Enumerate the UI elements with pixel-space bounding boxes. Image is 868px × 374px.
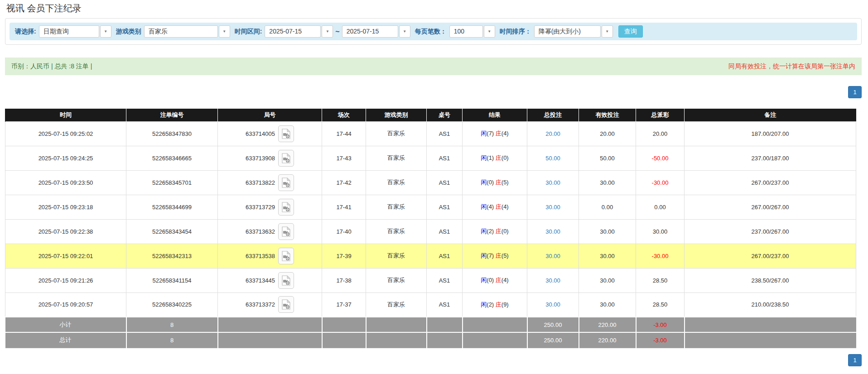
table-row: 2025-07-15 09:24:25522658346665633713908… (5, 146, 856, 170)
total-bet-link[interactable]: 30.00 (545, 228, 560, 235)
date-from-picker[interactable]: 2025-07-15 ▼ (265, 25, 333, 38)
page-1-button[interactable]: 1 (848, 86, 862, 98)
select-type-value[interactable]: 日期查询 (39, 25, 99, 38)
search-button[interactable]: 查询 (618, 25, 643, 38)
pagination-top: 1 (5, 86, 862, 98)
summary-count: 8 (126, 317, 218, 332)
cell-time: 2025-07-15 09:22:38 (5, 219, 126, 244)
result-player-score: (7) (487, 252, 494, 259)
cell-bet-id: 522658346665 (126, 146, 218, 170)
cell-total-bet: 30.00 (527, 170, 579, 195)
total-bet-link[interactable]: 30.00 (545, 277, 560, 284)
table-row: 2025-07-15 09:23:50522658345701633713822… (5, 170, 856, 195)
chevron-down-icon[interactable]: ▼ (219, 25, 230, 38)
cell-table: AS1 (427, 170, 463, 195)
cell-total-bet: 30.00 (527, 268, 579, 292)
cell-valid-bet: 30.00 (579, 170, 636, 195)
cell-table: AS1 (427, 219, 463, 244)
total-bet-link[interactable]: 30.00 (545, 301, 560, 308)
cell-game: 百家乐 (366, 121, 427, 146)
column-header: 总投注 (527, 109, 579, 121)
cell-session: 17-40 (322, 219, 366, 244)
cell-total-bet: 30.00 (527, 219, 579, 244)
video-file-icon[interactable] (278, 223, 294, 240)
result-banker-score: (4) (502, 130, 509, 137)
cell-table: AS1 (427, 195, 463, 219)
video-file-icon[interactable] (278, 125, 294, 142)
cell-table: AS1 (427, 292, 463, 317)
total-bet-link[interactable]: 30.00 (545, 204, 560, 211)
page-1-button[interactable]: 1 (848, 354, 862, 366)
select-type-dropdown[interactable]: 日期查询 ▼ (39, 25, 111, 38)
date-from-value[interactable]: 2025-07-15 (265, 25, 321, 38)
cell-session: 17-38 (322, 268, 366, 292)
summary-payout: -3.00 (636, 317, 685, 332)
round-number: 633713445 (246, 277, 275, 284)
chevron-down-icon[interactable]: ▼ (602, 25, 613, 38)
cell-table: AS1 (427, 268, 463, 292)
result-banker-label: 庄 (496, 277, 502, 283)
game-type-dropdown[interactable]: 百家乐 ▼ (144, 25, 230, 38)
date-range-separator: ~ (335, 28, 339, 36)
cell-payout: 20.00 (636, 121, 685, 146)
video-file-icon[interactable] (278, 199, 294, 216)
total-bet-link[interactable]: 30.00 (545, 179, 560, 186)
game-type-value[interactable]: 百家乐 (144, 25, 218, 38)
video-file-icon[interactable] (278, 248, 294, 264)
table-header-row: 时间注单编号局号场次游戏类别桌号结果总投注有效投注总派彩备注 (5, 109, 856, 121)
video-file-icon[interactable] (278, 296, 294, 313)
result-banker-score: (5) (502, 252, 509, 259)
cell-payout: 28.50 (636, 292, 685, 317)
cell-round-id: 633713822 (218, 170, 322, 195)
result-player-label: 闲 (481, 203, 487, 210)
cell-table: AS1 (427, 146, 463, 170)
total-bet-link[interactable]: 50.00 (545, 155, 560, 162)
chevron-down-icon[interactable]: ▼ (100, 25, 111, 38)
result-banker-score: (4) (502, 277, 509, 283)
cell-round-id: 633713372 (218, 292, 322, 317)
total-bet-link[interactable]: 20.00 (545, 130, 560, 137)
chevron-down-icon[interactable]: ▼ (484, 25, 495, 38)
per-page-dropdown[interactable]: 100 ▼ (449, 25, 495, 38)
time-sort-dropdown[interactable]: 降幂(由大到小) ▼ (534, 25, 613, 38)
round-number: 633714005 (246, 130, 275, 137)
cell-round-id: 633713729 (218, 195, 322, 219)
column-header: 有效投注 (579, 109, 636, 121)
cell-round-id: 633713538 (218, 244, 322, 268)
video-file-icon[interactable] (278, 174, 294, 191)
cell-total-bet: 30.00 (527, 292, 579, 317)
page-container: 视讯 会员下注纪录 请选择: 日期查询 ▼ 游戏类别 百家乐 ▼ 时间区间: 2… (5, 0, 862, 366)
cell-total-bet: 30.00 (527, 195, 579, 219)
date-to-picker[interactable]: 2025-07-15 ▼ (342, 25, 410, 38)
cell-remark: 187.00/207.00 (685, 121, 856, 146)
cell-game: 百家乐 (366, 195, 427, 219)
summary-total-bet: 250.00 (527, 317, 579, 332)
cell-valid-bet: 30.00 (579, 268, 636, 292)
result-banker-score: (0) (502, 154, 509, 161)
total-bet-link[interactable]: 30.00 (545, 253, 560, 259)
result-banker-score: (0) (502, 228, 509, 235)
per-page-value[interactable]: 100 (449, 25, 483, 38)
cell-round-id: 633713908 (218, 146, 322, 170)
summary-notice: 同局有效投注，统一计算在该局第一张注单内 (728, 62, 855, 71)
time-sort-value[interactable]: 降幂(由大到小) (534, 25, 601, 38)
cell-game: 百家乐 (366, 244, 427, 268)
result-player-score: (2) (487, 228, 494, 235)
round-number: 633713729 (246, 204, 275, 211)
cell-result: 闲(1) 庄(0) (463, 146, 527, 170)
cell-valid-bet: 50.00 (579, 146, 636, 170)
chevron-down-icon[interactable]: ▼ (322, 25, 333, 38)
table-row: 2025-07-15 09:25:02522658347830633714005… (5, 121, 856, 146)
result-banker-label: 庄 (496, 154, 502, 161)
date-to-value[interactable]: 2025-07-15 (342, 25, 398, 38)
cell-payout: -30.00 (636, 244, 685, 268)
cell-remark: 210.00/238.50 (685, 292, 856, 317)
video-file-icon[interactable] (278, 272, 294, 289)
result-player-score: (7) (487, 130, 494, 137)
page-title: 视讯 会员下注纪录 (5, 0, 862, 18)
video-file-icon[interactable] (278, 150, 294, 167)
chevron-down-icon[interactable]: ▼ (399, 25, 410, 38)
column-header: 总派彩 (636, 109, 685, 121)
summary-label: 小计 (5, 317, 126, 332)
cell-total-bet: 30.00 (527, 244, 579, 268)
